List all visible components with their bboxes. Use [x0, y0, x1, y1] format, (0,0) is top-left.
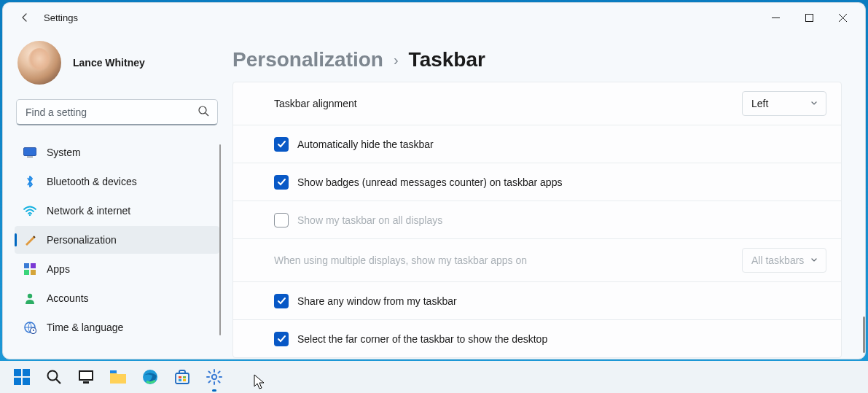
mouse-cursor-icon	[254, 374, 265, 390]
person-icon	[23, 292, 36, 305]
svg-rect-23	[179, 376, 181, 378]
svg-rect-15	[23, 378, 30, 385]
os-taskbar	[0, 361, 868, 393]
svg-rect-3	[27, 157, 33, 158]
row-label: Select the far corner of the taskbar to …	[297, 333, 826, 345]
row-share-window[interactable]: Share any window from my taskbar	[233, 281, 841, 319]
svg-point-4	[29, 214, 31, 216]
sidebar-item-apps[interactable]: Apps	[15, 255, 219, 283]
start-button[interactable]	[6, 361, 38, 393]
svg-rect-19	[83, 381, 89, 384]
sidebar-item-time[interactable]: Time & language	[15, 314, 219, 341]
username: Lance Whitney	[73, 57, 145, 69]
breadcrumb: Personalization › Taskbar	[232, 48, 842, 71]
main-content: Personalization › Taskbar Taskbar alignm…	[225, 32, 865, 359]
taskbar-search[interactable]	[38, 361, 70, 393]
row-auto-hide[interactable]: Automatically hide the taskbar	[233, 125, 841, 163]
checkbox-far-corner[interactable]	[274, 332, 289, 346]
row-taskbar-alignment: Taskbar alignment Left	[233, 82, 841, 125]
multi-display-dropdown: All taskbars	[742, 248, 826, 273]
svg-rect-7	[24, 270, 29, 275]
back-button[interactable]	[17, 10, 32, 25]
checkbox-badges[interactable]	[274, 175, 289, 190]
svg-point-1	[199, 106, 206, 114]
svg-rect-20	[110, 370, 117, 373]
sidebar-item-bluetooth[interactable]: Bluetooth & devices	[15, 168, 219, 195]
sidebar-item-system[interactable]: System	[15, 139, 219, 166]
svg-rect-5	[24, 263, 29, 268]
row-label: Show badges (unread messages counter) on…	[297, 176, 826, 188]
sidebar-item-network[interactable]: Network & internet	[15, 197, 219, 225]
svg-rect-8	[31, 270, 36, 275]
sidebar-item-label: Bluetooth & devices	[47, 176, 137, 187]
scrollbar-thumb[interactable]	[863, 316, 865, 353]
search-icon[interactable]	[198, 105, 212, 120]
settings-window: Settings Lance Whitney	[2, 2, 866, 359]
nav-list: System Bluetooth & devices Network & int…	[15, 139, 219, 341]
sidebar-item-label: Accounts	[47, 292, 89, 304]
bluetooth-icon	[23, 175, 36, 188]
sidebar-item-label: Personalization	[47, 234, 117, 246]
taskbar-store[interactable]	[166, 361, 198, 393]
settings-panel: Taskbar alignment Left Automatically hid…	[232, 82, 842, 358]
row-label: Show my taskbar on all displays	[297, 214, 826, 226]
alignment-dropdown[interactable]: Left	[742, 91, 826, 116]
minimize-button[interactable]	[759, 6, 792, 29]
taskbar-edge[interactable]	[134, 361, 166, 393]
svg-rect-24	[183, 376, 186, 378]
chevron-down-icon	[810, 254, 818, 266]
taskbar-settings[interactable]	[198, 361, 230, 393]
row-far-corner[interactable]: Select the far corner of the taskbar to …	[233, 319, 841, 357]
svg-rect-12	[14, 369, 21, 376]
row-label: Taskbar alignment	[274, 98, 742, 109]
breadcrumb-parent[interactable]: Personalization	[232, 48, 383, 71]
wifi-icon	[23, 204, 36, 217]
maximize-button[interactable]	[792, 6, 826, 29]
search-input[interactable]	[16, 99, 218, 125]
sidebar-item-label: Network & internet	[47, 205, 130, 217]
apps-icon	[23, 262, 36, 276]
dropdown-value: Left	[751, 98, 768, 109]
svg-point-27	[212, 375, 216, 379]
svg-rect-0	[805, 14, 813, 21]
window-title: Settings	[44, 12, 78, 23]
sidebar-item-label: Time & language	[47, 322, 123, 333]
svg-rect-25	[179, 379, 181, 381]
titlebar: Settings	[3, 3, 865, 32]
row-label: Share any window from my taskbar	[297, 295, 826, 307]
svg-point-16	[48, 371, 58, 381]
checkbox-auto-hide[interactable]	[274, 137, 289, 152]
svg-rect-26	[183, 379, 186, 381]
svg-rect-14	[14, 378, 21, 385]
checkbox-share-window[interactable]	[274, 294, 289, 308]
sidebar-item-label: System	[47, 147, 81, 158]
chevron-right-icon: ›	[394, 52, 399, 69]
chevron-down-icon	[810, 98, 818, 109]
svg-rect-2	[24, 148, 36, 156]
checkbox-all-displays	[274, 213, 289, 227]
dropdown-value: All taskbars	[751, 254, 804, 266]
sidebar-item-label: Apps	[47, 263, 70, 275]
globe-clock-icon	[23, 321, 36, 334]
svg-rect-18	[80, 372, 92, 379]
window-controls	[759, 6, 859, 29]
paintbrush-icon	[23, 233, 36, 246]
taskbar-task-view[interactable]	[70, 361, 102, 393]
svg-rect-13	[23, 369, 30, 376]
svg-rect-22	[176, 373, 189, 384]
row-all-displays: Show my taskbar on all displays	[233, 201, 841, 238]
sidebar-item-personalization[interactable]: Personalization	[15, 226, 219, 254]
breadcrumb-current: Taskbar	[409, 48, 485, 71]
sidebar-item-accounts[interactable]: Accounts	[15, 284, 219, 312]
row-label: When using multiple displays, show my ta…	[274, 254, 742, 266]
svg-rect-6	[31, 263, 36, 268]
row-badges[interactable]: Show badges (unread messages counter) on…	[233, 163, 841, 201]
profile-block[interactable]: Lance Whitney	[15, 32, 219, 99]
taskbar-file-explorer[interactable]	[102, 361, 134, 393]
monitor-icon	[23, 146, 36, 159]
sidebar: Lance Whitney System	[3, 32, 225, 359]
svg-point-9	[28, 294, 32, 298]
close-button[interactable]	[826, 6, 859, 29]
row-multi-display: When using multiple displays, show my ta…	[233, 238, 841, 281]
avatar	[17, 41, 61, 85]
